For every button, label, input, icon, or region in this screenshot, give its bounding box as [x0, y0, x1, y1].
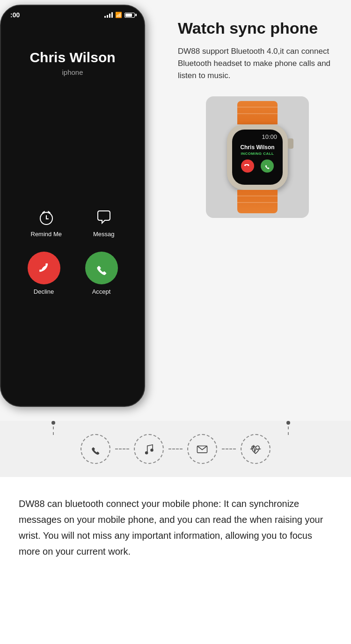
wifi-icon: 📶 [115, 12, 122, 18]
watch-container: 10:00 Chris Wilson INCOMING CALL [178, 96, 337, 218]
signal-icon [104, 12, 113, 18]
remind-me-action[interactable]: Remind Me [31, 207, 62, 238]
watch-band-top [237, 101, 278, 124]
decline-label: Decline [34, 288, 54, 295]
feature-desc: DW88 support Bluetooth 4.0,it can connec… [178, 45, 337, 82]
bottom-section: DW88 can bluetooth connect your mobile p… [0, 477, 351, 644]
accept-group: Accept [85, 252, 118, 295]
decline-group: Decline [28, 252, 60, 295]
watch-band-bottom [237, 190, 278, 213]
phone-caller-sub: iphone [29, 68, 115, 76]
watch-caller-name: Chris Wilson [240, 144, 274, 151]
status-icons: 📶 [104, 12, 135, 18]
decline-button[interactable] [28, 252, 60, 284]
phone-actions-top: Remind Me Messag [1, 207, 144, 238]
right-section: Watch sync phone DW88 support Bluetooth … [168, 0, 351, 421]
phone-icon-circle [80, 434, 110, 464]
caller-section: Chris Wilson iphone [29, 50, 115, 76]
connector-3 [222, 449, 236, 449]
watch-call-status: INCOMING CALL [241, 152, 274, 156]
message-label: Messag [93, 231, 115, 238]
watch-call-buttons [241, 159, 274, 173]
watch-decline-button[interactable] [241, 159, 254, 173]
connector-2 [168, 449, 183, 449]
phone-status-bar: :00 📶 [1, 6, 144, 22]
svg-point-6 [150, 449, 154, 452]
watch-case: 10:00 Chris Wilson INCOMING CALL [227, 124, 288, 190]
watch-assembly: 10:00 Chris Wilson INCOMING CALL [227, 101, 288, 213]
message-action[interactable]: Messag [93, 207, 115, 238]
health-icon-circle [241, 434, 271, 464]
phone-time: :00 [10, 11, 20, 19]
watch-time: 10:00 [262, 133, 277, 140]
accept-label: Accept [92, 288, 111, 295]
connector-1 [115, 449, 129, 449]
accept-button[interactable] [85, 252, 118, 284]
top-section: :00 📶 [0, 0, 351, 421]
battery-icon [124, 13, 135, 18]
watch-screen: 10:00 Chris Wilson INCOMING CALL [232, 130, 283, 185]
mail-icon-circle [187, 434, 217, 464]
remind-label: Remind Me [31, 231, 62, 238]
phone-screen: :00 📶 [1, 6, 144, 406]
bottom-description: DW88 can bluetooth connect your mobile p… [19, 496, 332, 559]
connection-row [0, 421, 351, 477]
feature-title: Watch sync phone [178, 19, 337, 38]
message-icon [94, 207, 114, 228]
phone-container: :00 📶 [0, 0, 168, 421]
phone-device: :00 📶 [0, 5, 145, 407]
icons-row [76, 434, 275, 464]
svg-point-5 [145, 451, 148, 455]
clock-icon [36, 207, 57, 228]
call-buttons: Decline Accept [1, 252, 144, 295]
watch-accept-button[interactable] [261, 159, 274, 173]
music-icon-circle [134, 434, 164, 464]
watch-background: 10:00 Chris Wilson INCOMING CALL [206, 96, 309, 218]
phone-caller-name: Chris Wilson [29, 50, 115, 65]
